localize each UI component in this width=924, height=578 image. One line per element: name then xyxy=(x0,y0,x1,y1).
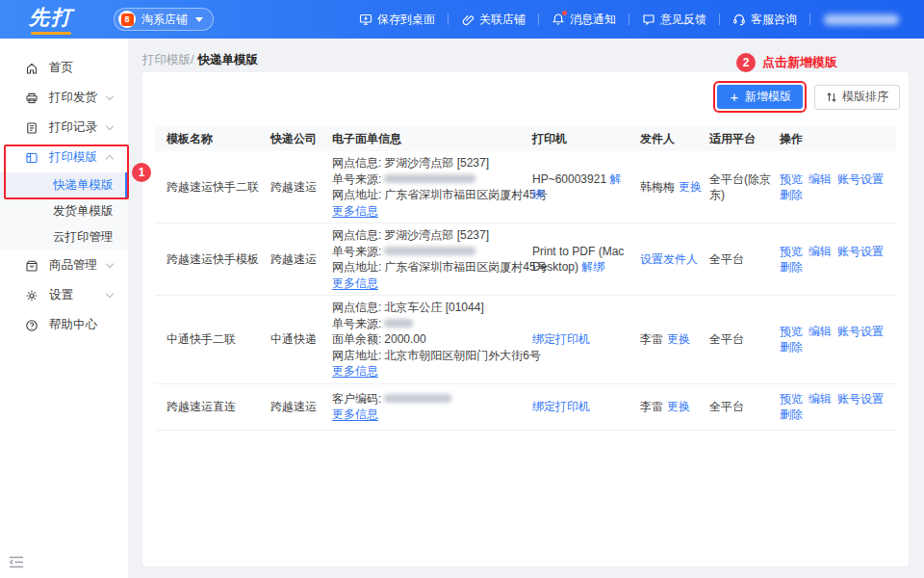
bind-printer-link[interactable]: 绑定打印机 xyxy=(532,332,590,346)
sender-name: 李雷 xyxy=(640,332,663,346)
actions-cell: 预览编辑账号设置删除 xyxy=(780,244,895,275)
chevron-down-icon xyxy=(106,290,114,298)
edit-link[interactable]: 编辑 xyxy=(808,392,832,406)
sidebar-item-clipboard[interactable]: 打印记录 xyxy=(0,113,128,143)
breadcrumb-parent[interactable]: 打印模版/ xyxy=(142,52,193,68)
courier-company: 跨越速运 xyxy=(270,251,332,267)
user-account-redacted[interactable] xyxy=(824,14,899,25)
account-settings-link[interactable]: 账号设置 xyxy=(837,172,884,186)
delete-link[interactable]: 删除 xyxy=(780,340,803,354)
sidebar-item-help[interactable]: 帮助中心 xyxy=(0,310,128,340)
sort-templates-button[interactable]: 模版排序 xyxy=(814,85,900,110)
platform-cell: 全平台 xyxy=(709,399,780,414)
delete-link[interactable]: 删除 xyxy=(780,260,803,274)
home-icon xyxy=(25,62,38,75)
edit-link[interactable]: 编辑 xyxy=(808,172,832,186)
app-logo: 先打 xyxy=(29,4,73,35)
waybill-info-cell: 网点信息:罗湖沙湾点部 [5237]单号来源:网点地址:广东省深圳市福田区岗厦村… xyxy=(332,227,532,291)
waybill-info-line: 更多信息 xyxy=(332,203,523,220)
set-sender-link[interactable]: 设置发件人 xyxy=(640,252,698,266)
topbar-menu-headset[interactable]: 客服咨询 xyxy=(720,12,809,28)
column-header: 适用平台 xyxy=(709,131,780,147)
desktop-icon xyxy=(359,13,372,26)
sidebar: 首页打印发货打印记录打印模版快递单模版发货单模版云打印管理商品管理设置帮助中心 xyxy=(0,39,128,578)
platform-cell: 全平台 xyxy=(709,251,780,267)
preview-link[interactable]: 预览 xyxy=(780,172,803,186)
topbar-menu-feedback[interactable]: 意见反馈 xyxy=(629,12,719,28)
annotation-step-1-badge: 1 xyxy=(132,163,151,182)
waybill-info-cell: 网点信息:北京车公庄 [01044]单号来源:面单余额:2000.00网店地址:… xyxy=(332,300,532,380)
courier-company: 跨越速运 xyxy=(270,179,332,195)
column-header: 模板名称 xyxy=(155,131,270,147)
store-selector[interactable]: 8 淘系店铺 xyxy=(114,8,214,31)
printer-icon xyxy=(25,92,38,105)
preview-link[interactable]: 预览 xyxy=(780,245,803,258)
add-template-button[interactable]: + 新增模版 xyxy=(717,85,803,109)
chevron-up-icon xyxy=(106,155,114,163)
sidebar-item-template[interactable]: 打印模版 xyxy=(0,143,128,172)
more-info-link[interactable]: 更多信息 xyxy=(332,203,378,220)
delete-link[interactable]: 删除 xyxy=(780,407,803,421)
sidebar-item-home[interactable]: 首页 xyxy=(0,53,128,83)
actions-cell: 预览编辑账号设置删除 xyxy=(780,171,895,202)
unbind-printer-link[interactable]: 解绑 xyxy=(581,260,604,274)
topbar-menu-link[interactable]: 关联店铺 xyxy=(449,12,538,28)
bind-printer-link[interactable]: 绑定打印机 xyxy=(532,400,590,413)
waybill-info-line: 网点信息:北京车公庄 [01044] xyxy=(332,300,523,316)
edit-link[interactable]: 编辑 xyxy=(808,325,832,338)
sidebar-item-label: 打印发货 xyxy=(49,90,97,106)
sidebar-subitem[interactable]: 发货单模版 xyxy=(0,198,128,224)
more-info-link[interactable]: 更多信息 xyxy=(332,407,378,423)
waybill-info-line: 单号来源: xyxy=(332,171,523,188)
change-sender-link[interactable]: 更换 xyxy=(667,332,690,346)
store-brand-icon: 8 xyxy=(118,11,136,28)
waybill-info-value: 广东省深圳市福田区岗厦村45号 xyxy=(384,259,547,276)
headset-icon xyxy=(732,13,746,26)
account-settings-link[interactable]: 账号设置 xyxy=(837,392,884,406)
delete-link[interactable]: 删除 xyxy=(780,188,803,201)
more-info-link[interactable]: 更多信息 xyxy=(332,363,378,380)
sidebar-subitem[interactable]: 云打印管理 xyxy=(0,224,128,250)
account-settings-link[interactable]: 账号设置 xyxy=(837,245,884,258)
preview-link[interactable]: 预览 xyxy=(780,325,803,338)
feedback-icon xyxy=(642,13,655,26)
waybill-info-label: 网点信息: xyxy=(332,227,381,244)
sidebar-subitem[interactable]: 快递单模版 xyxy=(0,172,128,198)
waybill-info-label: 面单余额: xyxy=(332,331,381,348)
waybill-info-line: 面单余额:2000.00 xyxy=(332,331,523,348)
column-header: 快递公司 xyxy=(270,131,332,147)
chevron-down-icon xyxy=(195,17,203,22)
sender-cell: 李雷更换 xyxy=(640,331,709,347)
goods-icon xyxy=(25,259,38,273)
redacted-text xyxy=(384,394,451,403)
waybill-info-value: 北京市朝阳区朝阳门外大街6号 xyxy=(384,348,541,364)
edit-link[interactable]: 编辑 xyxy=(808,245,832,258)
sort-icon xyxy=(826,92,837,103)
more-info-link[interactable]: 更多信息 xyxy=(332,276,378,292)
sidebar-item-label: 设置 xyxy=(49,287,73,303)
sender-name: 李雷 xyxy=(640,400,663,413)
sidebar-item-goods[interactable]: 商品管理 xyxy=(0,250,128,280)
account-settings-link[interactable]: 账号设置 xyxy=(837,325,884,338)
waybill-info-label: 单号来源: xyxy=(332,171,381,188)
gear-icon xyxy=(25,289,38,302)
waybill-info-line: 更多信息 xyxy=(332,276,523,292)
help-icon xyxy=(25,319,38,332)
change-sender-link[interactable]: 更换 xyxy=(679,180,702,194)
chevron-down-icon xyxy=(106,260,114,268)
preview-link[interactable]: 预览 xyxy=(780,392,803,406)
actions-cell: 预览编辑账号设置删除 xyxy=(780,391,895,422)
topbar-menu-bell[interactable]: 消息通知 xyxy=(539,12,629,28)
plus-icon: + xyxy=(729,92,740,103)
collapse-sidebar-icon[interactable] xyxy=(9,556,24,568)
sidebar-item-printer[interactable]: 打印发货 xyxy=(0,83,128,113)
redacted-text xyxy=(384,174,475,183)
topbar-menu-desktop[interactable]: 保存到桌面 xyxy=(346,12,448,28)
sidebar-item-label: 商品管理 xyxy=(49,257,97,274)
template-name: 跨越速运快手模板 xyxy=(155,251,270,267)
waybill-info-line: 单号来源: xyxy=(332,316,523,332)
change-sender-link[interactable]: 更换 xyxy=(667,400,690,413)
sidebar-item-label: 帮助中心 xyxy=(49,317,97,333)
sidebar-item-gear[interactable]: 设置 xyxy=(0,280,128,310)
waybill-info-line: 更多信息 xyxy=(332,363,523,380)
